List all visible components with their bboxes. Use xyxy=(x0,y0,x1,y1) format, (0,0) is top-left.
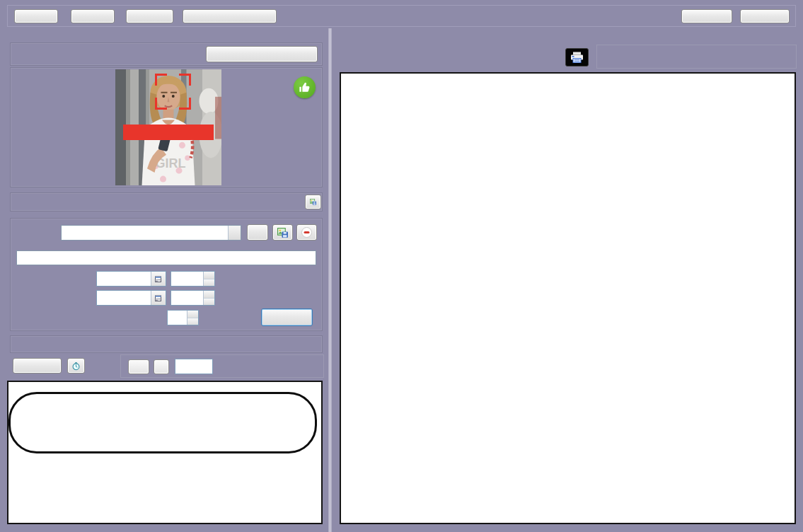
thumbs-up-icon xyxy=(294,76,316,98)
spinner-down-icon[interactable] xyxy=(187,318,198,325)
spinner-up-icon[interactable] xyxy=(204,272,214,279)
pager-prev-button[interactable] xyxy=(154,359,169,374)
stopwatch-icon xyxy=(72,361,80,371)
toolbar-button-recognize-file-folder[interactable] xyxy=(183,9,277,23)
time-from-stepper[interactable] xyxy=(171,271,215,287)
requests-header-panel xyxy=(10,335,323,353)
requests-table xyxy=(7,381,323,524)
printer-icon xyxy=(570,52,584,63)
save-filter-button[interactable] xyxy=(272,224,293,241)
image-info-bar xyxy=(10,192,323,212)
browse-filters-button[interactable] xyxy=(247,224,268,241)
search-results-table xyxy=(340,72,796,524)
spinner-down-icon[interactable] xyxy=(204,279,214,287)
time-to-stepper[interactable] xyxy=(171,290,215,306)
save-image-icon xyxy=(277,228,288,238)
chevron-down-icon[interactable] xyxy=(304,251,316,265)
date-from-picker[interactable] xyxy=(96,271,166,287)
print-button[interactable] xyxy=(565,48,589,66)
refresh-button[interactable] xyxy=(13,358,62,374)
pager-page-input[interactable] xyxy=(175,359,213,374)
main-toolbar xyxy=(7,5,796,27)
spinner-up-icon[interactable] xyxy=(187,311,198,318)
load-image-button[interactable] xyxy=(206,46,318,62)
similarity-stepper[interactable] xyxy=(167,310,199,325)
chevron-down-icon[interactable] xyxy=(228,226,241,240)
sample-image-panel: GIRL xyxy=(10,67,323,187)
time-mode-select[interactable] xyxy=(16,250,316,265)
requests-pager xyxy=(120,354,324,378)
sample-header-panel xyxy=(10,42,323,66)
face-box-corner-icon xyxy=(179,98,191,110)
delete-filter-button[interactable] xyxy=(296,224,317,241)
face-box-corner-icon xyxy=(155,74,167,86)
face-search-window: GIRL xyxy=(0,0,803,532)
save-image-icon xyxy=(310,197,316,207)
results-pager xyxy=(596,45,797,69)
calendar-icon xyxy=(155,276,161,282)
panel-divider[interactable] xyxy=(328,28,332,532)
calendar-icon xyxy=(155,295,161,301)
face-box-corner-icon xyxy=(155,98,167,110)
auto-refresh-button[interactable] xyxy=(67,358,85,374)
spinner-up-icon[interactable] xyxy=(204,291,214,298)
face-box-corner-icon xyxy=(179,74,191,86)
save-image-button[interactable] xyxy=(305,195,321,209)
toolbar-button-face-db[interactable] xyxy=(126,9,173,23)
filter-select[interactable] xyxy=(61,225,241,241)
toolbar-button-analytics[interactable] xyxy=(681,9,732,23)
minus-icon xyxy=(301,227,312,238)
toolbar-button-search[interactable] xyxy=(71,9,115,23)
sample-photo: GIRL xyxy=(115,69,221,185)
pager-first-button[interactable] xyxy=(128,359,149,374)
spinner-down-icon[interactable] xyxy=(204,298,214,306)
filter-panel xyxy=(10,218,323,331)
toolbar-button-monitor[interactable] xyxy=(14,9,58,23)
recognized-name-label xyxy=(123,125,214,140)
toolbar-button-statistics[interactable] xyxy=(740,9,790,23)
search-button[interactable] xyxy=(261,308,313,326)
date-to-picker[interactable] xyxy=(96,290,166,306)
